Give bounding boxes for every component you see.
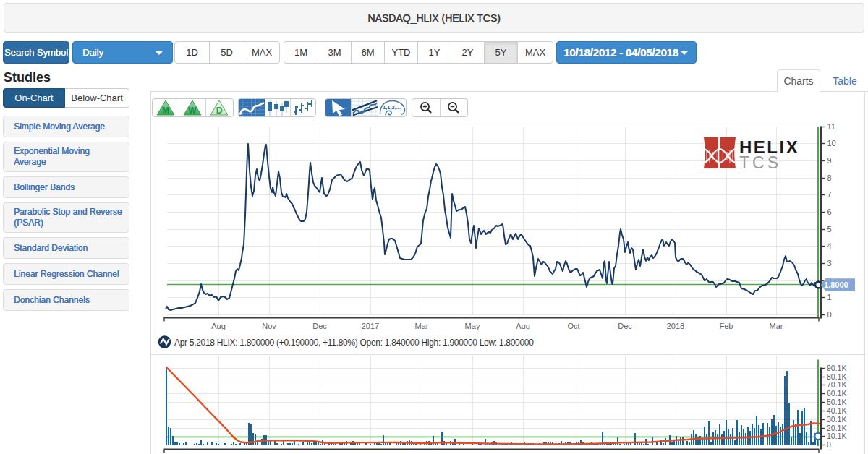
svg-text:6: 6 [827,207,832,216]
svg-text:3: 3 [827,259,832,267]
svg-text:30.1K: 30.1K [827,415,846,424]
svg-text:0: 0 [827,310,832,319]
svg-text:TCS: TCS [739,153,781,172]
svg-text:1.8000: 1.8000 [824,280,848,289]
svg-text:8: 8 [827,174,832,182]
svg-text:Aug: Aug [211,322,226,330]
svg-text:Apr 5,2018 HLIX: 1.800000 (+0.: Apr 5,2018 HLIX: 1.800000 (+0.190000, +1… [174,338,534,348]
svg-text:70.1K: 70.1K [827,380,846,389]
svg-text:Dec: Dec [312,322,327,330]
svg-text:Dec: Dec [618,322,632,330]
svg-text:Mar: Mar [415,322,429,330]
svg-text:7: 7 [827,190,832,199]
svg-text:0: 0 [827,440,831,449]
svg-text:90.1K: 90.1K [827,364,846,372]
svg-text:Feb: Feb [720,322,733,330]
svg-text:May: May [465,322,480,330]
svg-text:2017: 2017 [362,322,379,330]
svg-text:9: 9 [827,156,832,165]
svg-text:4: 4 [827,241,832,250]
svg-text:50.1K: 50.1K [827,398,846,406]
svg-text:1: 1 [827,293,832,301]
svg-text:Aug: Aug [516,322,530,330]
svg-text:20.1K: 20.1K [827,424,846,432]
svg-text:2018: 2018 [667,322,684,330]
svg-text:60.1K: 60.1K [827,389,846,398]
svg-text:Nov: Nov [262,322,276,330]
svg-text:5: 5 [827,225,832,234]
svg-text:80.1K: 80.1K [827,372,846,381]
svg-text:Oct: Oct [567,322,579,330]
svg-text:10: 10 [827,139,836,147]
svg-text:40.1K: 40.1K [827,406,846,415]
svg-text:10.1K: 10.1K [827,432,846,440]
svg-text:Mar: Mar [770,322,783,330]
svg-text:11: 11 [827,122,835,131]
